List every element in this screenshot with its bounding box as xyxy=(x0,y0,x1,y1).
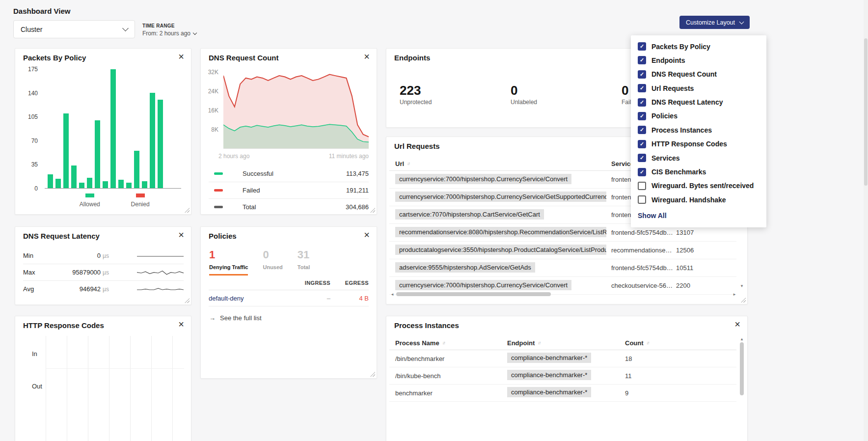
time-range: TIME RANGE From: 2 hours ago xyxy=(142,23,196,37)
legend-swatch xyxy=(214,189,223,192)
scrollbar-thumb[interactable] xyxy=(864,38,868,186)
see-full-list-link[interactable]: → See the full list xyxy=(209,314,262,322)
menu-item-http-response-codes[interactable]: ✓HTTP Response Codes xyxy=(638,140,760,148)
y-axis-label: 140 xyxy=(28,90,38,97)
vertical-scrollbar[interactable]: ▴ xyxy=(739,337,745,441)
menu-item-wireguard-handshake[interactable]: Wireguard. Handshake xyxy=(638,195,760,204)
policy-stat-denying-traffic[interactable]: 1Denying Traffic xyxy=(209,248,248,276)
scroll-left-icon[interactable]: ◂ xyxy=(389,292,395,297)
process-name-cell: benchmarker xyxy=(389,389,507,397)
column-header-ingress[interactable]: INGRESS xyxy=(285,280,330,286)
menu-item-packets-by-policy[interactable]: ✓Packets By Policy xyxy=(638,42,760,51)
close-icon[interactable]: × xyxy=(364,230,370,240)
column-header-url[interactable]: Url↓↑ xyxy=(389,160,611,167)
column-header-count[interactable]: Count↓↑ xyxy=(625,339,736,347)
latency-label: Max xyxy=(23,269,48,276)
checkbox-checked-icon[interactable]: ✓ xyxy=(638,42,646,51)
latency-row-max: Max95879000µs xyxy=(23,264,184,281)
y-axis: 03570105140175 xyxy=(23,69,40,189)
checkbox-checked-icon[interactable]: ✓ xyxy=(638,154,646,162)
menu-item-url-requests[interactable]: ✓Url Requests xyxy=(638,84,760,92)
policy-stats-tabs: 1Denying Traffic0Unused31Total xyxy=(209,248,310,276)
checkbox-checked-icon[interactable]: ✓ xyxy=(638,112,646,120)
scrollbar-thumb[interactable] xyxy=(396,292,551,296)
endpoint-stat-unlabeled: 0Unlabeled xyxy=(511,83,622,106)
checkbox-checked-icon[interactable]: ✓ xyxy=(638,56,646,64)
close-icon[interactable]: × xyxy=(178,230,184,240)
resize-grip[interactable] xyxy=(185,298,190,303)
sparkline-svg xyxy=(137,252,184,260)
column-header-egress[interactable]: EGRESS xyxy=(330,280,369,286)
process-name-cell: /bin/kube-bench xyxy=(389,372,507,380)
show-all-link[interactable]: Show All xyxy=(638,212,760,220)
count-cell: 12506 xyxy=(676,247,736,254)
close-icon[interactable]: × xyxy=(734,319,740,329)
close-icon[interactable]: × xyxy=(364,52,370,61)
page-title: Dashboard View xyxy=(13,7,70,15)
row-label-in: In xyxy=(32,350,37,358)
close-icon[interactable]: × xyxy=(178,319,184,329)
page-scrollbar[interactable] xyxy=(864,0,868,441)
y-axis-label: 24K xyxy=(208,88,218,95)
chevron-down-icon xyxy=(122,25,129,31)
dashboard-view: Dashboard View Cluster TIME RANGE From: … xyxy=(0,0,868,441)
checkbox-checked-icon[interactable]: ✓ xyxy=(638,126,646,134)
menu-item-endpoints[interactable]: ✓Endpoints xyxy=(638,56,760,64)
stat-value: 223 xyxy=(400,83,511,98)
menu-item-dns-request-latency[interactable]: ✓DNS Request Latency xyxy=(638,98,760,107)
packets-bar-chart[interactable]: 03570105140175 AllowedDenied xyxy=(23,66,184,208)
menu-item-process-instances[interactable]: ✓Process Instances xyxy=(638,126,760,134)
endpoint-cell: compliance-benchmarker-* xyxy=(507,387,625,399)
resize-grip[interactable] xyxy=(185,208,190,213)
bar xyxy=(71,165,77,188)
scroll-right-icon[interactable]: ▸ xyxy=(732,292,737,297)
legend-value: 304,686 xyxy=(346,203,369,211)
scrollbar-thumb[interactable] xyxy=(740,342,744,395)
sparkline-path xyxy=(137,288,184,290)
policy-name-link[interactable]: default-deny xyxy=(209,295,285,302)
y-axis-label: 105 xyxy=(28,113,38,120)
policy-stat-total[interactable]: 31Total xyxy=(298,248,310,276)
sparkline-svg xyxy=(137,269,184,276)
checkbox-checked-icon[interactable]: ✓ xyxy=(638,168,646,176)
menu-item-policies[interactable]: ✓Policies xyxy=(638,112,760,120)
resize-grip[interactable] xyxy=(370,208,375,213)
table-header-row: INGRESSEGRESS xyxy=(209,280,369,290)
bar xyxy=(79,183,84,188)
checkbox-checked-icon[interactable]: ✓ xyxy=(638,98,646,107)
time-range-from[interactable]: From: 2 hours ago xyxy=(142,30,196,37)
legend-row-failed: Failed191,211 xyxy=(209,182,369,199)
legend-row-total: Total304,686 xyxy=(209,199,369,215)
menu-item-wireguard-bytes-sent-received[interactable]: Wireguard. Bytes sent/received xyxy=(638,182,760,190)
table-row: /bin/kube-benchcompliance-benchmarker-*1… xyxy=(389,367,736,385)
y-axis: 8K16K24K32K xyxy=(206,67,220,149)
sparkline-path xyxy=(137,271,184,274)
table-row: benchmarkercompliance-benchmarker-*9 xyxy=(389,385,736,402)
latency-row-avg: Avg946942µs xyxy=(23,281,184,297)
checkbox-checked-icon[interactable]: ✓ xyxy=(638,84,646,92)
checkbox-checked-icon[interactable]: ✓ xyxy=(638,70,646,79)
latency-value: 946942µs xyxy=(48,285,109,293)
value-number: 95879000 xyxy=(72,269,101,276)
menu-item-cis-benchmarks[interactable]: ✓CIS Benchmarks xyxy=(638,168,760,176)
customize-layout-button[interactable]: Customize Layout xyxy=(679,16,750,29)
column-header-process-name[interactable]: Process Name↓↑ xyxy=(389,339,507,347)
view-scope-select[interactable]: Cluster xyxy=(13,20,135,38)
scroll-up-icon[interactable]: ▴ xyxy=(739,337,745,341)
menu-item-dns-request-count[interactable]: ✓DNS Request Count xyxy=(638,70,760,79)
checkbox-unchecked-icon[interactable] xyxy=(638,182,646,190)
close-icon[interactable]: × xyxy=(178,52,184,61)
resize-grip[interactable] xyxy=(741,298,746,303)
menu-item-services[interactable]: ✓Services xyxy=(638,154,760,162)
checkbox-unchecked-icon[interactable] xyxy=(638,195,646,204)
policy-stat-unused[interactable]: 0Unused xyxy=(263,248,282,276)
dns-area-chart[interactable]: 8K16K24K32K 2 hours ago 11 minutes ago xyxy=(206,67,369,160)
http-heatmap-chart[interactable]: InOut xyxy=(23,336,184,441)
value-unit: µs xyxy=(103,269,109,276)
checkbox-checked-icon[interactable]: ✓ xyxy=(638,140,646,148)
column-header-endpoint[interactable]: Endpoint↓↑ xyxy=(507,339,625,347)
resize-grip[interactable] xyxy=(370,372,375,377)
scroll-down-icon[interactable]: ▾ xyxy=(739,284,745,288)
horizontal-scrollbar[interactable]: ◂ ▸ xyxy=(389,291,737,298)
card-header: HTTP Response Codes × xyxy=(15,316,191,330)
